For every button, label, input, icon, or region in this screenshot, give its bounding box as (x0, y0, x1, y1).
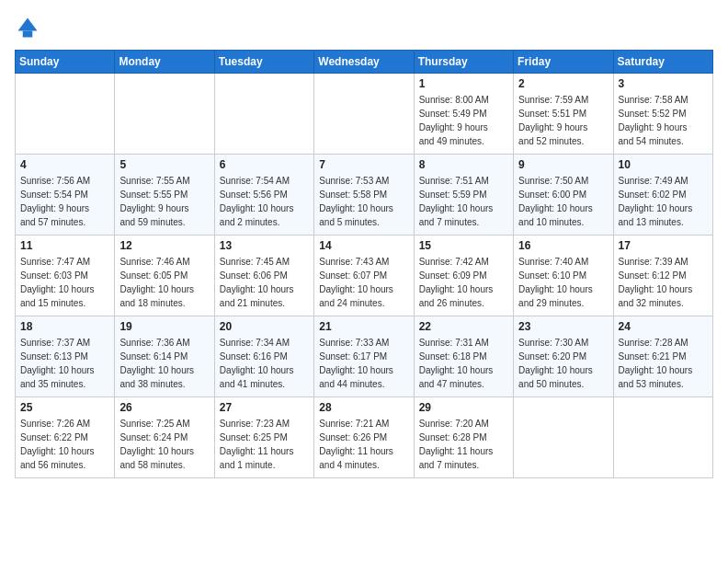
day-info: Sunrise: 7:26 AM Sunset: 6:22 PM Dayligh… (20, 417, 109, 472)
calendar-cell: 15Sunrise: 7:42 AM Sunset: 6:09 PM Dayli… (414, 236, 513, 316)
day-info: Sunrise: 7:33 AM Sunset: 6:17 PM Dayligh… (319, 336, 408, 391)
calendar-cell: 25Sunrise: 7:26 AM Sunset: 6:22 PM Dayli… (16, 397, 115, 478)
calendar-cell: 13Sunrise: 7:45 AM Sunset: 6:06 PM Dayli… (214, 236, 313, 316)
day-info: Sunrise: 7:54 AM Sunset: 5:56 PM Dayligh… (220, 174, 309, 229)
day-info: Sunrise: 7:23 AM Sunset: 6:25 PM Dayligh… (220, 417, 309, 472)
day-info: Sunrise: 7:58 AM Sunset: 5:52 PM Dayligh… (619, 93, 708, 148)
day-info: Sunrise: 7:40 AM Sunset: 6:10 PM Dayligh… (518, 255, 608, 310)
day-number: 27 (220, 401, 309, 414)
calendar-cell: 18Sunrise: 7:37 AM Sunset: 6:13 PM Dayli… (16, 316, 115, 397)
day-info: Sunrise: 8:00 AM Sunset: 5:49 PM Dayligh… (419, 93, 508, 148)
day-header-monday: Monday (115, 51, 214, 74)
day-info: Sunrise: 7:47 AM Sunset: 6:03 PM Dayligh… (20, 255, 109, 310)
day-info: Sunrise: 7:36 AM Sunset: 6:14 PM Dayligh… (119, 336, 209, 391)
calendar-cell: 11Sunrise: 7:47 AM Sunset: 6:03 PM Dayli… (16, 236, 115, 316)
calendar-cell (214, 74, 313, 155)
calendar-cell: 3Sunrise: 7:58 AM Sunset: 5:52 PM Daylig… (613, 74, 712, 155)
calendar-cell: 22Sunrise: 7:31 AM Sunset: 6:18 PM Dayli… (414, 316, 513, 397)
day-number: 25 (20, 401, 109, 414)
calendar-cell: 29Sunrise: 7:20 AM Sunset: 6:28 PM Dayli… (414, 397, 513, 478)
day-number: 5 (119, 158, 209, 171)
calendar-cell: 9Sunrise: 7:50 AM Sunset: 6:00 PM Daylig… (514, 155, 613, 236)
day-number: 8 (419, 158, 508, 171)
day-number: 19 (119, 320, 209, 333)
logo-icon (15, 15, 40, 40)
week-row-5: 25Sunrise: 7:26 AM Sunset: 6:22 PM Dayli… (16, 397, 713, 478)
day-info: Sunrise: 7:56 AM Sunset: 5:54 PM Dayligh… (20, 174, 109, 229)
day-info: Sunrise: 7:21 AM Sunset: 6:26 PM Dayligh… (319, 417, 408, 472)
day-number: 29 (419, 401, 508, 414)
week-row-1: 1Sunrise: 8:00 AM Sunset: 5:49 PM Daylig… (16, 74, 713, 155)
day-number: 7 (319, 158, 408, 171)
day-info: Sunrise: 7:37 AM Sunset: 6:13 PM Dayligh… (20, 336, 109, 391)
day-info: Sunrise: 7:43 AM Sunset: 6:07 PM Dayligh… (319, 255, 408, 310)
day-header-saturday: Saturday (613, 51, 712, 74)
day-info: Sunrise: 7:30 AM Sunset: 6:20 PM Dayligh… (518, 336, 608, 391)
day-info: Sunrise: 7:39 AM Sunset: 6:12 PM Dayligh… (619, 255, 708, 310)
week-row-2: 4Sunrise: 7:56 AM Sunset: 5:54 PM Daylig… (16, 155, 713, 236)
calendar-cell: 20Sunrise: 7:34 AM Sunset: 6:16 PM Dayli… (214, 316, 313, 397)
calendar-cell: 4Sunrise: 7:56 AM Sunset: 5:54 PM Daylig… (16, 155, 115, 236)
day-number: 4 (20, 158, 109, 171)
calendar-cell: 28Sunrise: 7:21 AM Sunset: 6:26 PM Dayli… (314, 397, 414, 478)
calendar-cell: 14Sunrise: 7:43 AM Sunset: 6:07 PM Dayli… (314, 236, 414, 316)
day-header-tuesday: Tuesday (214, 51, 313, 74)
calendar-cell: 8Sunrise: 7:51 AM Sunset: 5:59 PM Daylig… (414, 155, 513, 236)
calendar-table: SundayMondayTuesdayWednesdayThursdayFrid… (15, 50, 713, 478)
calendar-cell (613, 397, 712, 478)
day-number: 6 (220, 158, 309, 171)
day-info: Sunrise: 7:34 AM Sunset: 6:16 PM Dayligh… (220, 336, 309, 391)
day-number: 1 (419, 77, 508, 90)
calendar-cell: 5Sunrise: 7:55 AM Sunset: 5:55 PM Daylig… (115, 155, 214, 236)
day-number: 2 (518, 77, 608, 90)
day-number: 18 (20, 320, 109, 333)
calendar-cell: 27Sunrise: 7:23 AM Sunset: 6:25 PM Dayli… (214, 397, 313, 478)
calendar-cell: 10Sunrise: 7:49 AM Sunset: 6:02 PM Dayli… (613, 155, 712, 236)
day-number: 17 (619, 239, 708, 252)
day-info: Sunrise: 7:53 AM Sunset: 5:58 PM Dayligh… (319, 174, 408, 229)
days-header-row: SundayMondayTuesdayWednesdayThursdayFrid… (16, 51, 713, 74)
day-info: Sunrise: 7:28 AM Sunset: 6:21 PM Dayligh… (619, 336, 708, 391)
calendar-cell (314, 74, 414, 155)
logo (15, 15, 44, 40)
day-header-friday: Friday (514, 51, 613, 74)
calendar-cell: 17Sunrise: 7:39 AM Sunset: 6:12 PM Dayli… (613, 236, 712, 316)
calendar-cell: 19Sunrise: 7:36 AM Sunset: 6:14 PM Dayli… (115, 316, 214, 397)
day-number: 21 (319, 320, 408, 333)
day-info: Sunrise: 7:55 AM Sunset: 5:55 PM Dayligh… (119, 174, 209, 229)
calendar-cell (115, 74, 214, 155)
day-info: Sunrise: 7:45 AM Sunset: 6:06 PM Dayligh… (220, 255, 309, 310)
svg-rect-1 (23, 31, 33, 38)
svg-marker-0 (18, 18, 38, 31)
calendar-cell: 7Sunrise: 7:53 AM Sunset: 5:58 PM Daylig… (314, 155, 414, 236)
day-header-thursday: Thursday (414, 51, 513, 74)
day-number: 15 (419, 239, 508, 252)
calendar-cell: 26Sunrise: 7:25 AM Sunset: 6:24 PM Dayli… (115, 397, 214, 478)
calendar-cell: 1Sunrise: 8:00 AM Sunset: 5:49 PM Daylig… (414, 74, 513, 155)
calendar-cell (16, 74, 115, 155)
day-number: 14 (319, 239, 408, 252)
calendar-cell: 21Sunrise: 7:33 AM Sunset: 6:17 PM Dayli… (314, 316, 414, 397)
calendar-cell: 24Sunrise: 7:28 AM Sunset: 6:21 PM Dayli… (613, 316, 712, 397)
day-info: Sunrise: 7:50 AM Sunset: 6:00 PM Dayligh… (518, 174, 608, 229)
day-info: Sunrise: 7:42 AM Sunset: 6:09 PM Dayligh… (419, 255, 508, 310)
page-header (15, 15, 713, 40)
calendar-cell: 12Sunrise: 7:46 AM Sunset: 6:05 PM Dayli… (115, 236, 214, 316)
day-number: 22 (419, 320, 508, 333)
day-number: 9 (518, 158, 608, 171)
day-info: Sunrise: 7:46 AM Sunset: 6:05 PM Dayligh… (119, 255, 209, 310)
day-number: 13 (220, 239, 309, 252)
day-info: Sunrise: 7:49 AM Sunset: 6:02 PM Dayligh… (619, 174, 708, 229)
day-header-sunday: Sunday (16, 51, 115, 74)
week-row-3: 11Sunrise: 7:47 AM Sunset: 6:03 PM Dayli… (16, 236, 713, 316)
day-number: 3 (619, 77, 708, 90)
day-number: 23 (518, 320, 608, 333)
day-number: 24 (619, 320, 708, 333)
calendar-cell: 23Sunrise: 7:30 AM Sunset: 6:20 PM Dayli… (514, 316, 613, 397)
day-info: Sunrise: 7:51 AM Sunset: 5:59 PM Dayligh… (419, 174, 508, 229)
day-info: Sunrise: 7:59 AM Sunset: 5:51 PM Dayligh… (518, 93, 608, 148)
calendar-cell (514, 397, 613, 478)
day-number: 12 (119, 239, 209, 252)
week-row-4: 18Sunrise: 7:37 AM Sunset: 6:13 PM Dayli… (16, 316, 713, 397)
day-number: 16 (518, 239, 608, 252)
